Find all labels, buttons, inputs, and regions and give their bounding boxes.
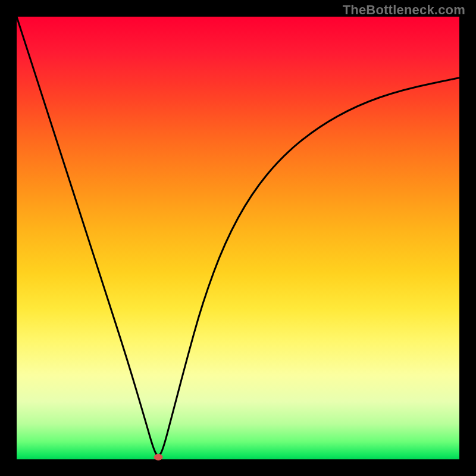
watermark-text: TheBottleneck.com bbox=[343, 2, 465, 18]
chart-frame: TheBottleneck.com bbox=[0, 0, 476, 476]
chart-plot-area bbox=[17, 17, 459, 459]
bottleneck-curve bbox=[17, 17, 459, 455]
chart-svg bbox=[17, 17, 459, 459]
minimum-marker bbox=[154, 454, 162, 460]
